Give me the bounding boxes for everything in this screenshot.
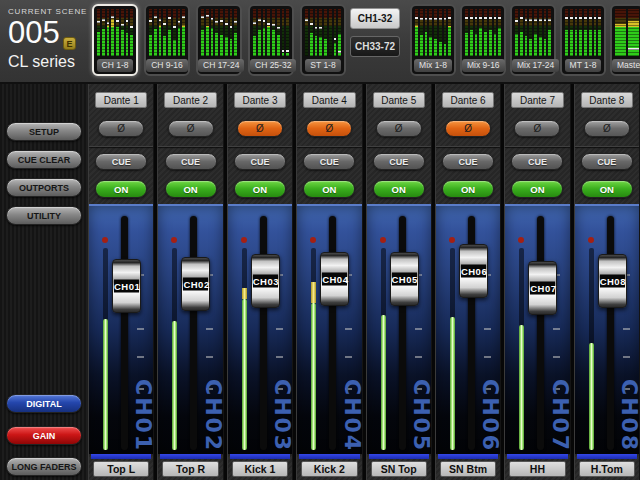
fader-track[interactable] [121, 216, 128, 450]
fader-knob-label: CH06 [461, 265, 486, 278]
port-name-label: Dante 7 [511, 92, 563, 108]
meter-block-master[interactable]: Master [610, 4, 640, 76]
strip-divider [436, 146, 500, 147]
top-bar: CURRENT SCENE 005 E CL series CH 1-8 CH … [0, 0, 640, 84]
fader-track[interactable] [190, 216, 197, 450]
channel-level-meter [519, 248, 524, 450]
fader-track[interactable] [607, 216, 614, 450]
on-button[interactable]: ON [95, 180, 147, 198]
channel-color-bar [91, 454, 151, 459]
meter-bars [515, 9, 551, 56]
on-button[interactable]: ON [165, 180, 217, 198]
on-button[interactable]: ON [303, 180, 355, 198]
scene-display[interactable]: CURRENT SCENE 005 E CL series [0, 0, 88, 71]
fader-zone: CH05 CH05 [367, 204, 431, 454]
cue-button[interactable]: CUE [234, 153, 286, 170]
meter-peak-led [171, 237, 177, 243]
scene-edited-badge: E [63, 37, 76, 50]
cue-button[interactable]: CUE [165, 153, 217, 170]
on-button[interactable]: ON [234, 180, 286, 198]
digital-button[interactable]: DIGITAL [6, 394, 82, 413]
cue-button[interactable]: CUE [303, 153, 355, 170]
channel-level-meter [172, 248, 177, 450]
phase-button[interactable]: Ø [445, 120, 491, 137]
channel-strip-area: Dante 1 Ø CUE ON CH01 CH01 Top L [88, 84, 640, 480]
output-meter-blocks: Mix 1-8 Mix 9-16 Mix 17-24 MT 1-8 Master [410, 4, 640, 76]
phase-button[interactable]: Ø [98, 120, 144, 137]
fader-track[interactable] [537, 216, 544, 450]
bank-button-ch1-32[interactable]: CH1-32 [350, 8, 400, 29]
phase-button[interactable]: Ø [237, 120, 283, 137]
fader-knob[interactable]: CH06 [459, 244, 488, 298]
meter-block-ch-1-8[interactable]: CH 1-8 [92, 4, 138, 76]
channel-color-bar [299, 454, 359, 459]
on-button[interactable]: ON [511, 180, 563, 198]
phase-button[interactable]: Ø [376, 120, 422, 137]
channel-name-label[interactable]: Top R [162, 461, 218, 477]
bank-button-ch33-72[interactable]: CH33-72 [350, 36, 400, 57]
fader-knob[interactable]: CH03 [251, 254, 280, 308]
fader-knob[interactable]: CH04 [320, 252, 349, 306]
sidebar: SETUP CUE CLEAR OUTPORTS UTILITY DIGITAL… [0, 84, 88, 480]
fader-knob[interactable]: CH08 [598, 254, 627, 308]
on-button[interactable]: ON [581, 180, 633, 198]
strip-divider [89, 146, 153, 147]
cue-button[interactable]: CUE [95, 153, 147, 170]
meter-block-ch-9-16[interactable]: CH 9-16 [144, 4, 190, 76]
on-button[interactable]: ON [442, 180, 494, 198]
meter-block-st-1-8[interactable]: ST 1-8 [300, 4, 346, 76]
meter-block-mix-9-16[interactable]: Mix 9-16 [460, 4, 506, 76]
fader-knob[interactable]: CH01 [112, 259, 141, 313]
channel-name-label[interactable]: Top L [93, 461, 149, 477]
channel-id-vertical: CH04 [341, 379, 363, 452]
meter-block-ch-25-32[interactable]: CH 25-32 [248, 4, 294, 76]
outports-button[interactable]: OUTPORTS [6, 178, 82, 197]
meter-peak-led [449, 237, 455, 243]
fader-zone: CH06 CH06 [436, 204, 500, 454]
channel-name-label[interactable]: Kick 1 [232, 461, 288, 477]
fader-knob-label: CH08 [600, 275, 625, 288]
channel-name-label[interactable]: HH [509, 461, 565, 477]
cue-button[interactable]: CUE [511, 153, 563, 170]
port-name-label: Dante 8 [581, 92, 633, 108]
fader-knob[interactable]: CH05 [390, 252, 419, 306]
channel-level-meter [589, 248, 594, 450]
utility-button[interactable]: UTILITY [6, 206, 82, 225]
channel-strip-ch06: Dante 6 Ø CUE ON CH06 CH06 SN Btm [435, 84, 501, 480]
on-button[interactable]: ON [373, 180, 425, 198]
channel-color-bar [160, 454, 220, 459]
phase-button[interactable]: Ø [584, 120, 630, 137]
long-faders-button[interactable]: LONG FADERS [6, 457, 82, 476]
channel-name-label[interactable]: H.Tom [579, 461, 635, 477]
setup-button[interactable]: SETUP [6, 122, 82, 141]
cue-button[interactable]: CUE [373, 153, 425, 170]
cue-button[interactable]: CUE [581, 153, 633, 170]
fader-knob[interactable]: CH02 [181, 257, 210, 311]
cue-button[interactable]: CUE [442, 153, 494, 170]
phase-button[interactable]: Ø [168, 120, 214, 137]
cue-clear-button[interactable]: CUE CLEAR [6, 150, 82, 169]
phase-button[interactable]: Ø [306, 120, 352, 137]
port-name-label: Dante 4 [303, 92, 355, 108]
channel-id-vertical: CH05 [410, 379, 432, 452]
port-name-label: Dante 2 [164, 92, 216, 108]
fader-track[interactable] [260, 216, 267, 450]
meter-block-mix-17-24[interactable]: Mix 17-24 [510, 4, 556, 76]
channel-name-label[interactable]: SN Top [371, 461, 427, 477]
meter-peak-led [102, 237, 108, 243]
meter-block-label: MT 1-8 [565, 59, 602, 72]
meter-bars [565, 9, 601, 56]
meter-block-ch-17-24[interactable]: CH 17-24 [196, 4, 242, 76]
scene-number: 005 [8, 16, 88, 50]
strip-divider [158, 146, 222, 147]
channel-name-label[interactable]: SN Btm [440, 461, 496, 477]
meter-block-mix-1-8[interactable]: Mix 1-8 [410, 4, 456, 76]
phase-button[interactable]: Ø [514, 120, 560, 137]
fader-zone: CH01 CH01 [89, 204, 153, 454]
fader-knob[interactable]: CH07 [528, 261, 557, 315]
meter-bars [201, 9, 237, 56]
meter-block-mt-1-8[interactable]: MT 1-8 [560, 4, 606, 76]
gain-button[interactable]: GAIN [6, 426, 82, 445]
meter-block-label: Master [612, 59, 640, 72]
channel-name-label[interactable]: Kick 2 [301, 461, 357, 477]
